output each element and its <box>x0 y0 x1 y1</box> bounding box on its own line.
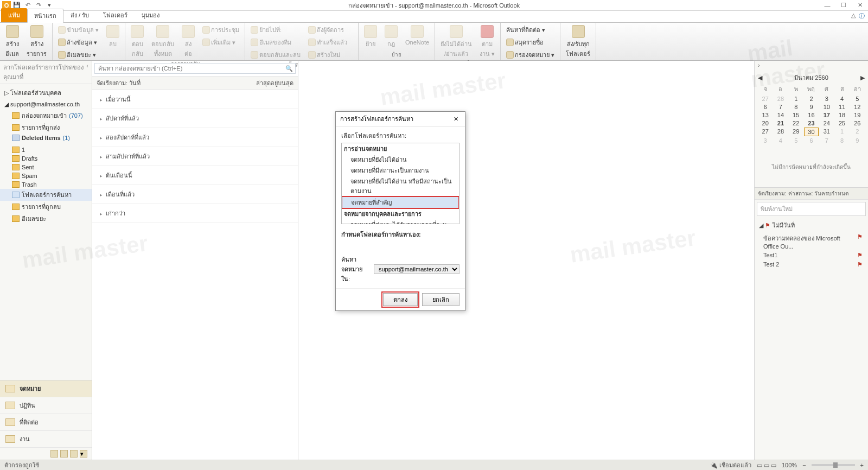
task-group-nodate[interactable]: ◢ ⚑ไม่มีวันที่ <box>755 218 868 232</box>
nav-sent-items[interactable]: รายการที่ถูกส่ง <box>0 122 92 134</box>
list-group[interactable]: เก่ากว่า <box>92 204 298 223</box>
nav-search-folders[interactable]: โฟลเดอร์การค้นหา <box>0 189 92 201</box>
message-list-pane: 🔍 จัดเรียงตาม: วันที่ ล่าสุดอยู่บนสุด เม… <box>92 61 298 460</box>
help-icon[interactable]: ⓘ <box>859 12 865 20</box>
tab-send-receive[interactable]: ส่ง / รับ <box>63 8 96 22</box>
address-book[interactable]: สมุดรายชื่อ <box>504 36 557 48</box>
navbar-shortcuts[interactable]: ▾ <box>0 448 92 460</box>
navbar-tasks[interactable]: งาน <box>0 431 92 448</box>
navigation-pane: ลากโฟลเดอร์รายการโปรดของคุณมาที่‹ ▷ โฟลเ… <box>0 61 92 460</box>
nav-drafts[interactable]: Drafts <box>0 154 92 163</box>
list-item-selected[interactable]: จดหมายที่สำคัญ <box>342 196 459 208</box>
task-item[interactable]: Test1⚑ <box>755 251 868 260</box>
list-item[interactable]: จดหมายที่ยังไม่ได้อ่าน หรือมีสถานะเป็นตา… <box>342 176 459 196</box>
calendar-grid[interactable]: จอพพฤศสอา2728123456789101112131415161718… <box>758 84 865 144</box>
search-icon[interactable]: 🔍 <box>283 63 295 73</box>
nav-all-deleted[interactable]: รายการที่ถูกลบ <box>0 201 92 213</box>
reply-all-button[interactable]: ตอบกลับ ทั้งหมด <box>149 24 176 60</box>
navbar-contacts[interactable]: ที่ติดต่อ <box>0 414 92 431</box>
search-folder-type-list[interactable]: การอ่านจดหมาย จดหมายที่ยังไม่ได้อ่าน จดห… <box>341 143 459 224</box>
meeting-button[interactable]: การประชุม <box>200 24 241 36</box>
delete-button[interactable]: ลบ <box>104 24 122 50</box>
search-input[interactable] <box>95 63 283 73</box>
todobar-collapse-icon[interactable]: › <box>758 62 760 68</box>
quick-teammail[interactable]: อีเมลของทีม <box>248 36 303 48</box>
task-item[interactable]: Test 2⚑ <box>755 260 868 269</box>
window-title: กล่องจดหมายเข้า - support@mailmaster.co.… <box>348 1 520 10</box>
zoom-level: 100% <box>782 462 797 468</box>
list-group[interactable]: เมื่อวานนี้ <box>92 90 298 109</box>
task-item[interactable]: ข้อความทดลองของ Microsoft Office Ou...⚑ <box>755 232 868 251</box>
nav-folder-1[interactable]: 1 <box>0 145 92 154</box>
quick-tomgr[interactable]: ถึงผู้จัดการ <box>306 24 355 36</box>
cal-next-icon[interactable]: ▶ <box>860 74 865 81</box>
find-contact[interactable]: ค้นหาที่ติดต่อ ▾ <box>504 24 557 36</box>
nav-favorites[interactable]: ▷ โฟลเดอร์ส่วนบุคคล <box>0 86 92 99</box>
list-item[interactable]: จดหมายที่มีสถานะเป็นตามงาน <box>342 165 459 176</box>
send-receive-all-button[interactable]: ส่ง/รับทุก โฟลเดอร์ <box>564 24 592 60</box>
tab-view[interactable]: มุมมอง <box>135 8 167 22</box>
tab-folder[interactable]: โฟลเดอร์ <box>96 8 135 22</box>
dialog-close-icon[interactable]: ✕ <box>451 114 461 124</box>
search-box[interactable]: 🔍 <box>94 63 296 74</box>
forward-button[interactable]: ส่ง ต่อ <box>180 24 197 60</box>
fav-hint: ลากโฟลเดอร์รายการโปรดของคุณมาที่ <box>3 62 86 82</box>
maximize-button[interactable]: ☐ <box>835 0 852 11</box>
nav-junk[interactable]: อีเมลขยะ <box>0 213 92 225</box>
quick-replydel[interactable]: ตอบกลับและลบ <box>248 49 303 61</box>
rules-button[interactable]: กฎ <box>382 24 400 50</box>
list-group[interactable]: เดือนที่แล้ว <box>92 185 298 204</box>
junk-button[interactable]: อีเมลขยะ ▾ <box>56 49 101 61</box>
new-email-button[interactable]: สร้าง อีเมล <box>3 24 21 60</box>
dialog-customize-label: กำหนดโฟลเดอร์การค้นหาเอง: <box>341 230 459 239</box>
list-item[interactable]: จดหมายที่ส่งและได้รับจากบุคคลที่ระบุ <box>342 219 459 224</box>
sort-direction[interactable]: ล่าสุดอยู่บนสุด <box>256 78 293 88</box>
nav-inbox[interactable]: กล่องจดหมายเข้า (707) <box>0 110 92 122</box>
followup-button[interactable]: ตาม งาน ▾ <box>477 24 497 60</box>
zoom-slider[interactable] <box>812 464 855 466</box>
status-bar: ตัวกรองถูกใช้ 🔌 เชื่อมต่อแล้ว ▭ ▭ ▭ 100%… <box>0 460 868 470</box>
new-task-input[interactable]: พิมพ์งานใหม่ <box>757 202 866 216</box>
quick-done[interactable]: ทำเสร็จแล้ว <box>306 36 355 48</box>
mailbox-select[interactable]: support@mailmaster.co.th <box>374 264 459 274</box>
navbar-mail[interactable]: จดหมาย <box>0 380 92 397</box>
quick-createnew[interactable]: สร้างใหม่ <box>306 49 355 61</box>
list-item[interactable]: จดหมายที่ยังไม่ได้อ่าน <box>342 154 459 165</box>
tab-file[interactable]: แฟ้ม <box>1 8 27 22</box>
ok-button[interactable]: ตกลง <box>383 293 418 306</box>
ribbon-minimize-icon[interactable]: △ <box>851 12 856 20</box>
reply-button[interactable]: ตอบ กลับ <box>129 24 146 60</box>
zoom-in-icon[interactable]: + <box>860 462 864 468</box>
nav-trash[interactable]: Trash <box>0 180 92 189</box>
list-group[interactable]: สองสัปดาห์ที่แล้ว <box>92 128 298 147</box>
more-respond-button[interactable]: เพิ่มเติม ▾ <box>200 36 241 48</box>
tasks-sort-header[interactable]: จัดเรียงตาม: ค่าสถานะ: วันครบกำหนด <box>755 188 868 200</box>
ignore-button[interactable]: ข้ามข้อมูล ▾ <box>56 24 101 36</box>
list-group[interactable]: สามสัปดาห์ที่แล้ว <box>92 147 298 166</box>
cancel-button[interactable]: ยกเลิก <box>422 293 459 306</box>
view-buttons[interactable]: ▭ ▭ ▭ <box>757 462 776 469</box>
filter-mail[interactable]: กรองจดหมาย ▾ <box>504 49 557 61</box>
minimize-button[interactable]: — <box>819 0 835 11</box>
cleanup-button[interactable]: ล้างข้อมูล ▾ <box>56 36 101 48</box>
nav-account[interactable]: ◢ support@mailmaster.co.th <box>0 99 92 110</box>
nav-spam[interactable]: Spam <box>0 172 92 180</box>
sort-by-label[interactable]: จัดเรียงตาม: วันที่ <box>97 78 141 88</box>
status-connection: 🔌 เชื่อมต่อแล้ว <box>710 460 751 470</box>
unread-button[interactable]: ยังไม่ได้อ่าน /อ่านแล้ว <box>438 24 474 60</box>
nav-deleted-items[interactable]: Deleted Items (1) <box>0 134 92 142</box>
zoom-out-icon[interactable]: − <box>802 462 806 468</box>
cal-prev-icon[interactable]: ◀ <box>758 74 762 81</box>
group-move-label: ย้าย <box>362 50 431 59</box>
onenote-button[interactable]: OneNote <box>403 24 431 47</box>
nav-collapse-icon[interactable]: ‹ <box>86 62 88 82</box>
nav-sent[interactable]: Sent <box>0 163 92 172</box>
tab-home[interactable]: หน้าแรก <box>27 9 63 23</box>
move-button[interactable]: ย้าย <box>362 24 379 50</box>
close-button[interactable]: ✕ <box>852 0 868 11</box>
navbar-calendar[interactable]: ปฏิทิน <box>0 397 92 414</box>
new-items-button[interactable]: สร้าง รายการ <box>24 24 49 60</box>
list-group[interactable]: สัปดาห์ที่แล้ว <box>92 109 298 128</box>
list-group[interactable]: ต้นเดือนนี้ <box>92 166 298 185</box>
quick-moveto[interactable]: ย้ายไปที่: <box>248 24 303 36</box>
